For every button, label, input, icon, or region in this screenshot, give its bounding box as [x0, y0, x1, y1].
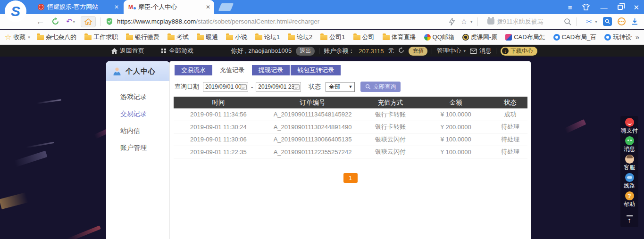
favorites-star-icon[interactable]: ☆	[5, 33, 11, 41]
bookmark-item[interactable]: 杂七杂八的	[37, 33, 76, 41]
favorite-star-icon[interactable]: ☆	[460, 17, 467, 26]
new-tab-button[interactable]	[218, 3, 234, 11]
sidebar-item[interactable]: 站内信	[106, 123, 169, 140]
bookmarks-overflow-icon[interactable]: »	[636, 33, 639, 41]
sogou-logo-icon[interactable]: S	[5, 0, 26, 22]
calendar-icon[interactable]	[293, 84, 300, 91]
status-select[interactable]: 全部 ▼	[326, 82, 355, 92]
bookmark-item[interactable]: 体育直播	[383, 33, 416, 41]
record-tab[interactable]: 钱包互转记录	[291, 65, 341, 75]
bookmark-folder-icon	[320, 35, 327, 40]
sogou-search-icon[interactable]	[603, 17, 612, 26]
browser-tab-mochen[interactable]: M 摩臣-个人中心 ✕	[124, 0, 214, 14]
sidebar-header: 个人中心	[106, 61, 169, 81]
bookmark-label: 玩转设计_	[613, 33, 631, 41]
bookmark-item[interactable]: 公司	[353, 33, 375, 41]
page-1-button[interactable]: 1	[343, 173, 358, 183]
floatbar-item[interactable]: 线路	[621, 173, 638, 189]
favorites-label[interactable]: 收藏	[13, 33, 25, 41]
undo-icon[interactable]: ↶▾	[66, 17, 75, 26]
back-to-top-button[interactable]: ↑	[627, 215, 633, 223]
url-path: /static/sobet/personalCenter.html#rechar…	[196, 18, 319, 25]
screenshot-scissors-icon[interactable]: ✂	[586, 17, 592, 26]
bookmark-item[interactable]: 论坛2	[288, 33, 312, 41]
restore-icon[interactable]	[618, 5, 623, 10]
sidebar-item[interactable]: 游戏记录	[106, 89, 169, 106]
record-tab[interactable]: 充值记录	[213, 65, 251, 75]
floatbar-item[interactable]: 客服	[621, 155, 638, 171]
record-tabs: 交易流水 充值记录 提现记录 钱包互转记录	[175, 65, 531, 75]
floatbar-icon	[625, 155, 634, 164]
bookmark-item[interactable]: 考试	[167, 33, 189, 41]
floating-sidebar: 嗨支付 消息 客服 线路 ? 帮助	[620, 116, 638, 227]
admin-center-menu[interactable]: 管理中心 ▾	[436, 47, 466, 55]
bookmark-item[interactable]: 小说	[226, 33, 247, 41]
cell-amount: ¥ 100.0000	[418, 133, 493, 146]
reload-icon[interactable]	[51, 17, 59, 25]
table-header-row: 时间 订单编号 充值方式 金额 状态	[174, 97, 527, 108]
date-from-input[interactable]: 2019/09/01 00	[203, 82, 248, 92]
background-streak	[14, 151, 48, 167]
bookmark-item[interactable]: 公司1	[320, 33, 345, 41]
minimize-icon[interactable]: —	[600, 4, 607, 11]
floatbar-item[interactable]: 嗨支付	[621, 118, 638, 134]
recharge-button[interactable]: 充值	[409, 47, 427, 56]
hot-search[interactable]: 拨911求助反被骂	[487, 17, 544, 26]
home-icon[interactable]	[81, 16, 96, 27]
nav-all-games-link[interactable]: 全部游戏	[161, 47, 193, 55]
caret-down-icon[interactable]: ▾	[28, 35, 30, 40]
more-tools-icon[interactable]: •••	[618, 17, 626, 25]
table-row: 2019-09-01 11:22:35 A_201909011122355257…	[174, 146, 527, 159]
date-to-input[interactable]: 2019/09/01 23	[256, 82, 301, 92]
search-icon[interactable]	[564, 18, 571, 25]
menu-icon[interactable]: ≡	[568, 4, 572, 11]
bookmark-item[interactable]: 虎课网-原	[462, 33, 497, 41]
cell-order-number: A_201909011130066405135	[263, 133, 362, 146]
background-streak	[0, 192, 28, 209]
cell-time: 2019-09-01 11:30:24	[174, 121, 263, 133]
bookmark-item[interactable]: CAD布局怎	[505, 33, 545, 41]
back-icon[interactable]: ←	[36, 16, 45, 27]
bookmark-item[interactable]: CAD布局_百	[553, 33, 597, 41]
cell-time: 2019-09-01 11:34:56	[174, 108, 263, 121]
recharge-table: 时间 订单编号 充值方式 金额 状态 2019-09-01 11:34:56 A…	[174, 97, 527, 158]
close-tab-icon[interactable]: ✕	[206, 4, 210, 10]
download-icon[interactable]	[631, 18, 638, 25]
messages-link[interactable]: 消息	[470, 47, 492, 55]
browser-tab-hengyao[interactable]: 恒耀娱乐-官方网站 ✕	[33, 0, 123, 14]
bookmark-item[interactable]: QQ邮箱	[424, 33, 454, 41]
skin-icon[interactable]	[582, 4, 590, 10]
bookmark-item[interactable]: 论坛1	[255, 33, 280, 41]
bookmark-item[interactable]: 暖通	[197, 33, 218, 41]
nav-home-link[interactable]: 返回首页	[111, 47, 144, 55]
caret-down-icon: ▼	[348, 84, 352, 89]
caret-down-icon[interactable]: ▾	[595, 19, 597, 24]
bookmark-item[interactable]: 工作求职	[84, 33, 118, 41]
bookmark-label: 暖通	[206, 33, 218, 41]
calendar-icon[interactable]	[241, 84, 247, 91]
floatbar-label: 客服	[624, 164, 635, 171]
bookmark-item[interactable]: 玩转设计_	[604, 33, 631, 41]
floatbar-item[interactable]: 消息	[621, 136, 638, 152]
download-center-button[interactable]: ↓ 下载中心	[501, 47, 537, 56]
address-bar[interactable]: https://www.mcplay888.com/static/sobet/p…	[106, 17, 449, 25]
sidebar-item[interactable]: 账户管理	[106, 140, 169, 157]
close-tab-icon[interactable]: ✕	[114, 4, 119, 10]
bookmark-folder-icon	[288, 35, 295, 40]
floatbar-label: 消息	[624, 146, 635, 152]
caret-down-icon[interactable]: ▾	[470, 19, 473, 24]
cell-amount: ¥ 100.0000	[418, 108, 493, 121]
house-icon	[111, 48, 117, 54]
floatbar-item[interactable]: ? 帮助	[621, 191, 638, 207]
close-icon[interactable]: ✕	[633, 4, 639, 11]
cell-method: 银行卡转账	[362, 108, 418, 121]
lightning-icon[interactable]	[449, 18, 455, 25]
logout-button[interactable]: 退出	[296, 47, 315, 56]
cell-method: 银联云闪付	[362, 146, 418, 158]
sidebar-item[interactable]: 交易记录	[106, 106, 169, 123]
refresh-balance-icon[interactable]	[398, 47, 404, 55]
record-tab[interactable]: 提现记录	[252, 65, 290, 75]
search-now-button[interactable]: 立即查询	[360, 82, 401, 92]
bookmark-item[interactable]: 银行缴费	[126, 33, 159, 41]
record-tab[interactable]: 交易流水	[175, 65, 212, 75]
